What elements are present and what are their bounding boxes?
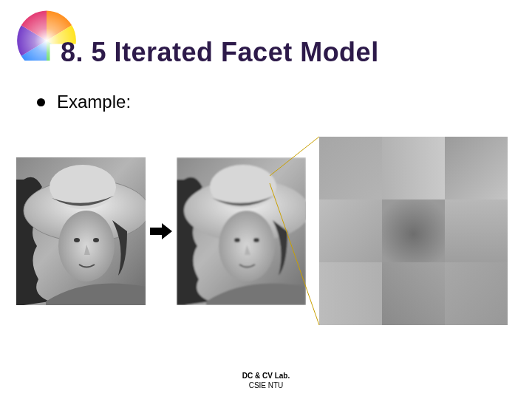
svg-rect-19 (445, 137, 508, 200)
image-zoomed-facets (319, 137, 508, 325)
svg-rect-21 (382, 200, 445, 262)
image-original (16, 157, 146, 305)
svg-point-8 (74, 238, 80, 242)
image-filtered (177, 157, 306, 305)
slide-footer: DC & CV Lab. CSIE NTU (0, 371, 532, 390)
svg-rect-22 (445, 200, 508, 262)
arrow-right-icon (149, 220, 174, 242)
svg-point-9 (93, 238, 99, 242)
svg-rect-18 (382, 137, 445, 200)
svg-point-6 (50, 165, 116, 209)
svg-rect-24 (382, 262, 445, 325)
footer-line-2: CSIE NTU (0, 381, 532, 390)
svg-rect-20 (319, 200, 382, 262)
bullet-item: Example: (37, 92, 131, 112)
svg-rect-17 (319, 137, 382, 200)
bullet-label: Example: (57, 92, 131, 112)
svg-rect-25 (445, 262, 508, 325)
svg-point-14 (234, 238, 240, 242)
footer-line-1: DC & CV Lab. (0, 371, 532, 381)
example-images-row (16, 137, 508, 325)
slide-title: 8. 5 Iterated Facet Model (61, 37, 379, 68)
svg-point-12 (210, 165, 276, 209)
svg-rect-23 (319, 262, 382, 325)
bullet-icon (37, 98, 45, 106)
svg-point-15 (253, 238, 259, 242)
